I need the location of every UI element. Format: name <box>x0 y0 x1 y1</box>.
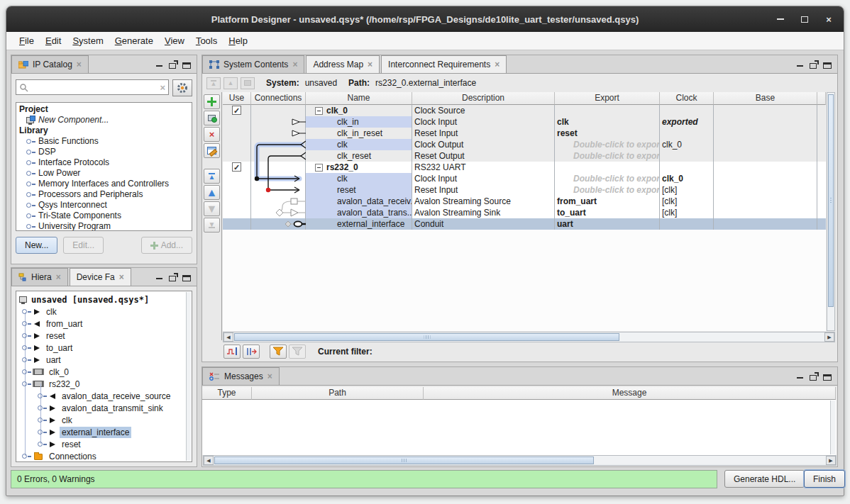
table-row[interactable]: clk_resetReset OutputDouble-click to exp… <box>223 150 826 162</box>
catalog-item[interactable]: Basic Functions <box>16 136 192 147</box>
column-description[interactable]: Description <box>412 92 555 105</box>
clear-filter-button[interactable] <box>289 345 306 359</box>
messages-horizontal-scrollbar[interactable]: ◀ ▶ <box>203 455 837 466</box>
add-component-button[interactable] <box>204 94 220 109</box>
export-cell[interactable]: Double-click to export <box>555 139 660 150</box>
catalog-settings-button[interactable] <box>172 79 192 96</box>
clock-cell[interactable]: clk_0 <box>660 173 714 184</box>
new-button[interactable]: New... <box>16 237 57 254</box>
panel-minimize-icon[interactable] <box>156 65 162 67</box>
hierarchy-item[interactable]: external_interface <box>16 426 192 438</box>
tab-close-icon[interactable]: × <box>119 272 124 282</box>
panel-maximize-icon[interactable] <box>823 62 832 69</box>
table-row[interactable]: avalon_data_trans...Avalon Streaming Sin… <box>223 207 826 218</box>
title-bar[interactable]: Platform Designer - unsaved.qsys* (/home… <box>6 6 844 32</box>
scroll-right-icon[interactable]: ▶ <box>826 456 836 465</box>
clock-cell[interactable] <box>660 105 714 116</box>
column-use[interactable]: Use <box>223 92 251 105</box>
catalog-item[interactable]: Qsys Interconnect <box>16 200 192 211</box>
base-cell[interactable] <box>714 139 817 150</box>
clock-cell[interactable] <box>660 150 714 162</box>
export-cell[interactable]: uart <box>555 218 660 230</box>
show-interfaces-button[interactable] <box>243 345 260 359</box>
name-cell[interactable]: external_interface <box>306 218 412 230</box>
hierarchy-item[interactable]: Connections <box>16 450 192 462</box>
name-cell[interactable]: rs232_0 <box>306 162 412 173</box>
table-row[interactable]: clk_in_resetReset Inputreset <box>223 128 826 139</box>
menu-generate[interactable]: Generate <box>109 33 159 49</box>
tab-close-icon[interactable]: × <box>292 60 297 69</box>
base-cell[interactable] <box>714 184 817 196</box>
move-to-top-button[interactable]: ▲ <box>204 169 220 184</box>
name-cell[interactable]: clk_in <box>306 116 412 128</box>
catalog-item[interactable]: Memory Interfaces and Controllers <box>16 179 192 189</box>
hierarchy-root-item[interactable]: unsaved [unsaved.qsys*] <box>16 293 192 306</box>
use-checkbox[interactable] <box>232 106 241 115</box>
export-cell[interactable]: reset <box>555 128 660 139</box>
base-cell[interactable] <box>714 128 817 139</box>
catalog-item[interactable]: Low Power <box>16 168 192 179</box>
menu-tools[interactable]: Tools <box>190 33 223 49</box>
panel-float-icon[interactable] <box>810 375 817 381</box>
base-cell[interactable] <box>714 105 817 116</box>
move-up-button[interactable]: ▲ <box>204 185 220 200</box>
panel-minimize-icon[interactable] <box>797 377 803 379</box>
export-cell[interactable]: clk <box>555 116 660 128</box>
panel-float-icon[interactable] <box>169 63 176 69</box>
tab-interconnect-requirements[interactable]: Interconnect Requirements × <box>381 55 507 73</box>
column-base[interactable]: Base <box>714 92 817 105</box>
scroll-up-button[interactable]: ▲ <box>223 77 238 89</box>
table-row[interactable]: clkClock InputDouble-click to exportclk_… <box>223 173 826 184</box>
clock-cell[interactable]: exported <box>660 116 714 128</box>
table-row[interactable]: clkClock OutputDouble-click to exportclk… <box>223 139 826 150</box>
move-down-button[interactable]: ▼ <box>204 201 220 216</box>
panel-minimize-icon[interactable] <box>797 65 803 67</box>
panel-maximize-icon[interactable] <box>823 374 832 381</box>
column-type[interactable]: Type <box>202 387 252 400</box>
tab-device-family[interactable]: Device Fa × <box>70 268 131 286</box>
name-cell[interactable]: clk_0 <box>306 105 412 116</box>
base-cell[interactable] <box>714 116 817 128</box>
catalog-item[interactable]: Processors and Peripherals <box>16 189 192 200</box>
hierarchy-item[interactable]: reset <box>16 438 192 450</box>
finish-button[interactable]: Finish <box>804 470 845 488</box>
column-name[interactable]: Name <box>306 92 412 105</box>
table-row[interactable]: clk_0Clock Source <box>223 105 826 116</box>
generate-hdl-button[interactable]: Generate HDL... <box>724 470 805 488</box>
base-cell[interactable] <box>714 207 817 218</box>
scroll-to-top-button[interactable]: ▲ <box>206 77 221 89</box>
hierarchy-item[interactable]: reset <box>16 330 192 342</box>
base-cell[interactable] <box>714 173 817 184</box>
hierarchy-item[interactable]: avalon_data_receive_source <box>16 390 192 402</box>
hierarchy-item[interactable]: from_uart <box>16 318 192 330</box>
export-cell[interactable]: from_uart <box>555 196 660 207</box>
column-connections[interactable]: Connections <box>251 92 306 105</box>
component-button[interactable] <box>241 77 255 89</box>
column-message[interactable]: Message <box>424 387 836 400</box>
name-cell[interactable]: avalon_data_receiv... <box>306 196 412 207</box>
column-export[interactable]: Export <box>555 92 660 105</box>
menu-edit[interactable]: Edit <box>40 33 67 49</box>
name-cell[interactable]: clk <box>306 173 412 184</box>
catalog-item[interactable]: New Component... <box>16 115 192 125</box>
name-cell[interactable]: clk_in_reset <box>306 128 412 139</box>
menu-file[interactable]: File <box>13 33 40 49</box>
hierarchy-item[interactable]: to_uart <box>16 342 192 354</box>
panel-float-icon[interactable] <box>169 276 176 281</box>
panel-minimize-icon[interactable] <box>156 278 162 279</box>
scroll-left-icon[interactable]: ◀ <box>204 456 214 465</box>
clock-cell[interactable] <box>660 218 714 230</box>
catalog-item[interactable]: University Program <box>16 221 192 231</box>
export-cell[interactable]: Double-click to export <box>555 184 660 196</box>
edit-parameters-button[interactable] <box>204 143 220 158</box>
panel-maximize-icon[interactable] <box>182 275 191 281</box>
catalog-item[interactable]: Tri-State Components <box>16 211 192 221</box>
column-clock[interactable]: Clock <box>660 92 714 105</box>
base-cell[interactable] <box>714 196 817 207</box>
clock-cell[interactable]: [clk] <box>660 207 714 218</box>
tab-close-icon[interactable]: × <box>368 60 372 69</box>
base-cell[interactable] <box>714 150 817 162</box>
ip-search-input[interactable] <box>28 82 160 92</box>
catalog-item[interactable]: DSP <box>16 147 192 157</box>
name-cell[interactable]: reset <box>306 184 412 196</box>
